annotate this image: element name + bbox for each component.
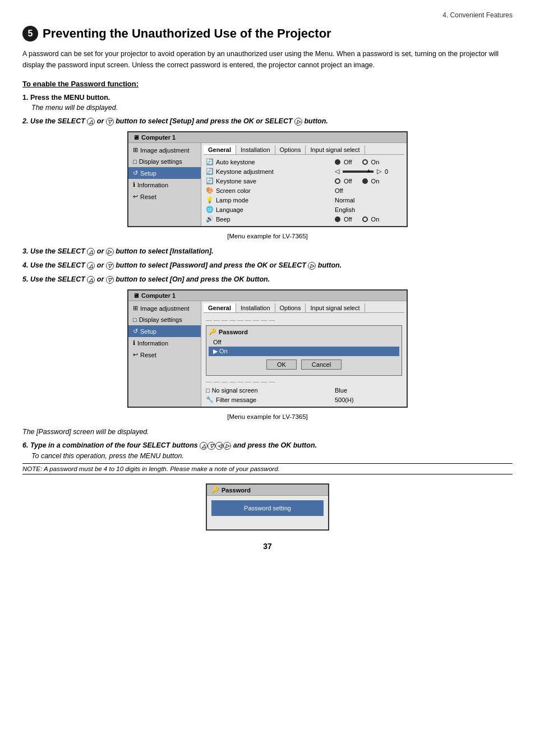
tab-general[interactable]: General: [204, 145, 236, 154]
password-popup: 🔑 Password Off ▶ On OK Cancel: [206, 325, 402, 376]
after-password-text: The [Password] screen will be displayed.: [22, 428, 513, 436]
step-2: 2. Use the SELECT △ or ▽ button to selec…: [22, 117, 513, 126]
menu2-grayed-row1: — — — — — — — — —: [204, 315, 404, 324]
password-popup-title: 🔑 Password: [209, 328, 399, 335]
sidebar2-item-2[interactable]: ↺Setup: [128, 325, 201, 337]
menu2-value-filter: 500(H): [335, 397, 402, 403]
slider-bar: ▲: [343, 170, 373, 173]
sidebar2-item-0[interactable]: ⊞Image adjustment: [128, 302, 201, 314]
radio-off-filled: [335, 159, 340, 165]
sidebar1-item-4[interactable]: ↩ Reset: [128, 191, 201, 202]
tab2-installation[interactable]: Installation: [236, 303, 275, 312]
menu1-label-lamp-mode: 💡 Lamp mode: [206, 196, 335, 204]
menu1-title: Computer 1: [141, 134, 176, 141]
menu2-body: ⊞Image adjustment □Display settings ↺Set…: [128, 301, 407, 407]
password-screen-title: 🔑 Password: [207, 485, 328, 496]
menu-example-2: 🖥 Computer 1 ⊞Image adjustment □Display …: [127, 289, 408, 408]
sidebar2-item-4[interactable]: ↩Reset: [128, 349, 201, 361]
menu1-row-keystone-save: 🔄 Keystone save Off On: [204, 176, 404, 186]
intro-paragraph: A password can be set for your projector…: [22, 48, 513, 71]
menu1-sidebar: ⊞ Image adjustment □ Display settings ↺ …: [128, 143, 201, 226]
step-6-sub1: To cancel this operation, press the MENU…: [31, 452, 513, 460]
menu2-content: General Installation Options Input signa…: [201, 301, 407, 407]
menu-example-1: 🖥 Computer 1 ⊞ Image adjustment □ Displa…: [127, 131, 408, 227]
menu1-row-lamp-mode: 💡 Lamp mode Normal: [204, 195, 404, 205]
menu2-value-no-signal: Blue: [335, 387, 402, 394]
menu1-caption: [Menu example for LV-7365]: [22, 233, 513, 239]
section-number: 5: [22, 26, 38, 42]
tab2-input-signal[interactable]: Input signal select: [306, 303, 365, 312]
section-title-text: Preventing the Unauthorized Use of the P…: [43, 26, 331, 41]
menu2-label-no-signal: □ No signal screen: [206, 387, 335, 394]
menu1-label-screen-color: 🎨 Screen color: [206, 187, 335, 194]
step-3: 3. Use the SELECT △ or ▷ button to selec…: [22, 247, 513, 256]
menu1-row-screen-color: 🎨 Screen color Off: [204, 186, 404, 195]
menu1-value-screen-color: Off: [335, 187, 402, 194]
password-ok-button[interactable]: OK: [266, 359, 297, 370]
tab-options[interactable]: Options: [275, 145, 306, 154]
radio-on-empty: [362, 159, 368, 165]
tab2-general[interactable]: General: [204, 303, 236, 312]
menu1-content: General Installation Options Input signa…: [201, 143, 407, 226]
step-1: 1. Press the MENU button. The menu will …: [22, 94, 513, 112]
menu1-value-autokeystone: Off On: [335, 159, 402, 165]
menu1-value-lamp-mode: Normal: [335, 197, 402, 204]
sidebar1-item-2[interactable]: ↺ Setup: [128, 167, 201, 179]
menu1-label-keystone-adj: 🔄 Keystone adjustment: [206, 168, 335, 175]
password-screen-content: Password setting: [211, 500, 324, 516]
step-6-note: NOTE: A password must be 4 to 10 digits …: [22, 463, 513, 474]
password-buttons: OK Cancel: [211, 359, 397, 370]
password-cancel-button[interactable]: Cancel: [301, 359, 342, 370]
section-title: 5 Preventing the Unauthorized Use of the…: [22, 26, 513, 42]
menu1-value-language: English: [335, 206, 402, 213]
menu2-caption: [Menu example for LV-7365]: [22, 413, 513, 420]
page-header: 4. Convenient Features: [22, 11, 513, 21]
radio-beep-off-filled: [335, 216, 340, 222]
step-1-header: 1. Press the MENU button.: [22, 94, 513, 102]
sidebar1-item-3[interactable]: ℹ Information: [128, 179, 201, 191]
step-3-header: 3. Use the SELECT △ or ▷ button to selec…: [22, 247, 513, 256]
password-option-off[interactable]: Off: [209, 338, 399, 347]
sidebar2-item-1[interactable]: □Display settings: [128, 314, 201, 325]
radio-beep-on-empty: [362, 216, 368, 222]
sidebar1-item-1[interactable]: □ Display settings: [128, 156, 201, 167]
menu1-value-beep: Off On: [335, 216, 402, 223]
menu1-value-keystone-save: Off On: [335, 178, 402, 185]
menu1-label-autokeystone: 🔄 Auto keystone: [206, 158, 335, 165]
menu1-row-autokeystone: 🔄 Auto keystone Off On: [204, 157, 404, 167]
radio-ks-off-empty: [335, 178, 340, 184]
menu2-label-filter: 🔧 Filter message: [206, 396, 335, 403]
password-option-on[interactable]: ▶ On: [209, 347, 399, 356]
menu2-tabs: General Installation Options Input signa…: [204, 303, 404, 313]
step-2-header: 2. Use the SELECT △ or ▽ button to selec…: [22, 117, 513, 126]
radio-ks-on-filled: [362, 178, 368, 184]
menu2-sidebar: ⊞Image adjustment □Display settings ↺Set…: [128, 301, 201, 407]
password-screen-box: 🔑 Password Password setting: [206, 483, 329, 531]
step-4-header: 4. Use the SELECT △ or ▽ button to selec…: [22, 261, 513, 270]
menu1-label-beep: 🔊 Beep: [206, 215, 335, 223]
menu2-title: Computer 1: [141, 292, 176, 299]
menu1-row-language: 🌐 Language English: [204, 205, 404, 214]
menu1-title-bar: 🖥 Computer 1: [128, 132, 407, 143]
menu1-row-keystone-adj: 🔄 Keystone adjustment ◁ ▲ ▷ 0: [204, 167, 404, 176]
sidebar2-item-3[interactable]: ℹInformation: [128, 337, 201, 349]
menu2-grayed-row2: — — — — — — — — —: [204, 377, 404, 386]
menu1-label-language: 🌐 Language: [206, 206, 335, 213]
menu1-row-beep: 🔊 Beep Off On: [204, 214, 404, 224]
menu2-row-filter: 🔧 Filter message 500(H): [204, 395, 404, 404]
tab-installation[interactable]: Installation: [236, 145, 275, 154]
step-4: 4. Use the SELECT △ or ▽ button to selec…: [22, 261, 513, 270]
tab-input-signal[interactable]: Input signal select: [306, 145, 365, 154]
menu2-title-bar: 🖥 Computer 1: [128, 291, 407, 301]
step-6: 6. Type in a combination of the four SEL…: [22, 441, 513, 474]
sidebar1-item-0[interactable]: ⊞ Image adjustment: [128, 144, 201, 156]
menu1-label-keystone-save: 🔄 Keystone save: [206, 177, 335, 185]
step-5: 5. Use the SELECT △ or ▽ button to selec…: [22, 275, 513, 284]
menu1-value-keystone-adj: ◁ ▲ ▷ 0: [335, 168, 402, 175]
page-number: 37: [22, 542, 513, 551]
tab2-options[interactable]: Options: [275, 303, 306, 312]
menu1-body: ⊞ Image adjustment □ Display settings ↺ …: [128, 143, 407, 226]
step-1-sub: The menu will be displayed.: [31, 104, 513, 112]
subsection-title: To enable the Password function:: [22, 80, 513, 88]
menu2-row-no-signal: □ No signal screen Blue: [204, 386, 404, 395]
